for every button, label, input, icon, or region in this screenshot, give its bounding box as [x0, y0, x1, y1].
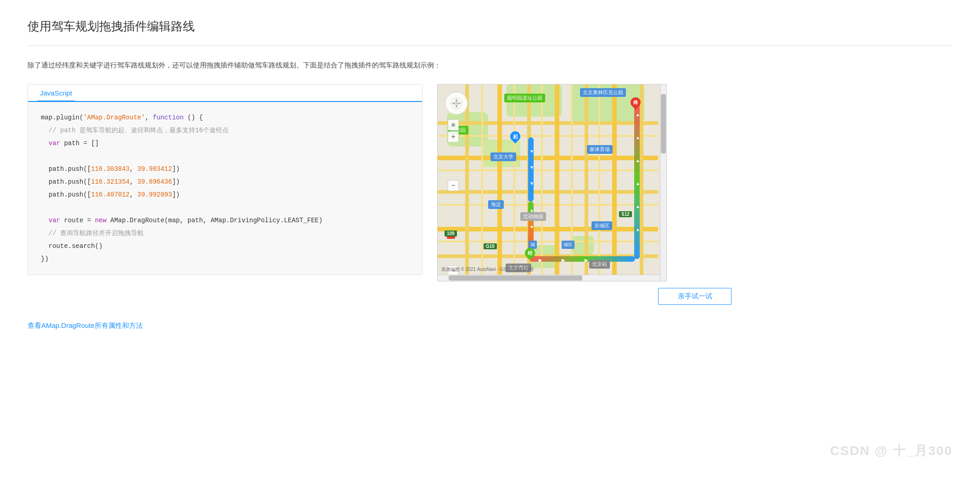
scrollbar-thumb-h[interactable] — [449, 276, 582, 281]
code-block: map.plugin('AMap.DragRoute', function ()… — [28, 102, 422, 275]
main-content: JavaScript map.plugin('AMap.DragRoute', … — [28, 84, 952, 305]
map-marker-mid: 经 — [525, 248, 535, 258]
map-label-park2: 北京奥林匹克公园 — [580, 88, 626, 97]
tab-javascript[interactable]: JavaScript — [37, 84, 75, 102]
map-zoom-control: + − − — [448, 119, 459, 276]
map-marker-end: 终 — [631, 97, 641, 107]
map-label-stadium: 家体育场 — [587, 145, 613, 154]
map-scrollbar-horizontal[interactable] — [438, 275, 660, 281]
api-link[interactable]: 查看AMap.DragRoute所有属性和方法 — [28, 321, 143, 329]
map-nav-control[interactable] — [445, 92, 468, 115]
map-panel: ▼ ▼ ▼ ▼ ▼ ▼ ▶ ▶ ▶ ▲ ▲ ▲ ▲ ▲ ▲ — [437, 84, 952, 305]
svg-marker-3 — [452, 102, 455, 105]
label-city: 城区 — [562, 241, 574, 249]
map-label-dongcheng: 东城区 — [591, 221, 612, 230]
code-tab-bar: JavaScript — [28, 84, 422, 102]
code-panel: JavaScript map.plugin('AMap.DragRoute', … — [28, 84, 422, 275]
svg-marker-4 — [458, 102, 461, 105]
map-marker-start: 起 — [510, 131, 520, 141]
svg-marker-1 — [455, 99, 458, 101]
highway-s12: S12 — [619, 211, 632, 217]
svg-marker-2 — [455, 105, 458, 108]
map-label-bj: 北京站 — [589, 260, 610, 269]
map-label-park1: 圆明园遗址公园 — [504, 94, 545, 102]
map-label-pku: 北京大学 — [490, 152, 516, 161]
zoom-in-button[interactable]: + — [448, 131, 459, 142]
zoom-out-button[interactable]: − — [448, 180, 459, 191]
try-button[interactable]: 亲手试一试 — [658, 288, 732, 305]
svg-point-5 — [455, 102, 458, 105]
map-scrollbar-vertical[interactable] — [660, 84, 666, 281]
map-background: ▼ ▼ ▼ ▼ ▼ ▼ ▶ ▶ ▶ ▲ ▲ ▲ ▲ ▲ ▲ — [438, 84, 666, 281]
section-divider — [28, 45, 952, 46]
footer-link-area: 查看AMap.DragRoute所有属性和方法 — [28, 321, 952, 330]
highway-g10: G10 — [484, 243, 497, 249]
map-copyright: 高德地图 © 2021 AutoNavi · GS(2019)6379号 — [441, 266, 534, 273]
zoom-dot — [448, 119, 459, 130]
watermark: CSDN @ 十_月300 — [830, 442, 953, 460]
map-label-haidian: 海淀 — [488, 200, 504, 209]
map-label-zoo: 北动物园 — [520, 212, 546, 221]
map-container[interactable]: ▼ ▼ ▼ ▼ ▼ ▼ ▶ ▶ ▶ ▲ ▲ ▲ ▲ ▲ ▲ — [437, 84, 667, 281]
page-title: 使用驾车规划拖拽插件编辑路线 — [28, 18, 952, 34]
scrollbar-thumb-v[interactable] — [661, 94, 666, 153]
description-text: 除了通过经纬度和关键字进行驾车路线规划外，还可以使用拖拽插件辅助做驾车路线规划。… — [28, 59, 952, 71]
